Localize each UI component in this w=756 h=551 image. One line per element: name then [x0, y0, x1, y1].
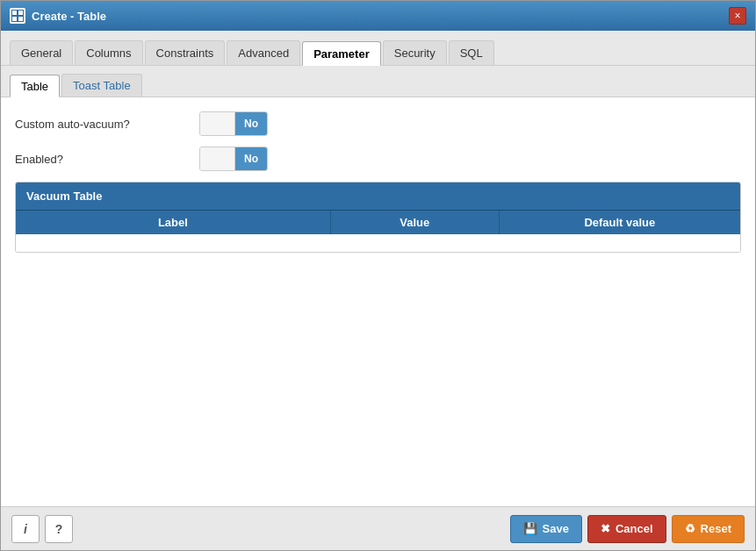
cancel-button[interactable]: ✖ Cancel: [587, 515, 666, 543]
vacuum-table-header: Label Value Default value: [16, 210, 740, 234]
tab-sql[interactable]: SQL: [449, 40, 494, 65]
cancel-icon: ✖: [601, 522, 610, 535]
table-icon: [10, 8, 25, 24]
close-button[interactable]: ×: [729, 7, 746, 25]
vacuum-section: Vacuum Table Label Value Default value: [15, 182, 741, 253]
col-default: Default value: [500, 211, 740, 234]
title-bar-left: Create - Table: [10, 8, 106, 24]
help-button[interactable]: ?: [45, 515, 73, 543]
footer-left: i ?: [11, 515, 73, 543]
custom-auto-vacuum-row: Custom auto-vacuum? No: [15, 111, 741, 136]
tab-bar: General Columns Constraints Advanced Par…: [1, 31, 755, 66]
footer: i ? 💾 Save ✖ Cancel ♻ Reset: [1, 506, 755, 550]
sub-tab-bar: Table Toast Table: [1, 66, 755, 97]
svg-rect-2: [18, 11, 23, 15]
footer-right: 💾 Save ✖ Cancel ♻ Reset: [510, 515, 745, 543]
toggle-track-vacuum: [200, 111, 235, 136]
enabled-label: Enabled?: [15, 153, 191, 166]
panel-body: Custom auto-vacuum? No Enabled? No Vacuu…: [1, 97, 755, 267]
vacuum-body: [16, 234, 740, 252]
col-value: Value: [331, 211, 500, 234]
tab-parameter[interactable]: Parameter: [302, 41, 381, 66]
content-area: Table Toast Table Custom auto-vacuum? No…: [1, 66, 755, 506]
tab-security[interactable]: Security: [383, 40, 447, 65]
reset-button[interactable]: ♻ Reset: [672, 515, 745, 543]
tab-columns[interactable]: Columns: [75, 40, 142, 65]
enabled-toggle[interactable]: No: [199, 147, 268, 171]
dialog: Create - Table × General Columns Constra…: [0, 0, 756, 551]
title-bar: Create - Table ×: [1, 1, 755, 31]
custom-auto-vacuum-toggle[interactable]: No: [199, 111, 268, 136]
cancel-label: Cancel: [616, 522, 653, 535]
reset-label: Reset: [701, 522, 731, 535]
tab-constraints[interactable]: Constraints: [145, 40, 226, 65]
save-icon: 💾: [523, 522, 537, 535]
save-button[interactable]: 💾 Save: [510, 515, 582, 543]
custom-auto-vacuum-value: No: [235, 111, 267, 136]
dialog-title: Create - Table: [32, 10, 106, 23]
enabled-row: Enabled? No: [15, 147, 741, 171]
sub-tab-toast-table[interactable]: Toast Table: [61, 74, 142, 97]
toggle-track-enabled: [200, 147, 235, 171]
reset-icon: ♻: [685, 522, 695, 535]
svg-rect-3: [12, 17, 17, 21]
enabled-value: No: [235, 147, 267, 171]
tab-advanced[interactable]: Advanced: [227, 40, 300, 65]
save-label: Save: [543, 522, 569, 535]
custom-auto-vacuum-label: Custom auto-vacuum?: [15, 118, 191, 131]
svg-rect-4: [18, 17, 23, 21]
svg-rect-1: [12, 11, 17, 15]
vacuum-header: Vacuum Table: [16, 182, 740, 210]
tab-general[interactable]: General: [10, 40, 73, 65]
col-label: Label: [16, 211, 331, 234]
info-button[interactable]: i: [11, 515, 40, 543]
sub-tab-table[interactable]: Table: [10, 75, 60, 97]
